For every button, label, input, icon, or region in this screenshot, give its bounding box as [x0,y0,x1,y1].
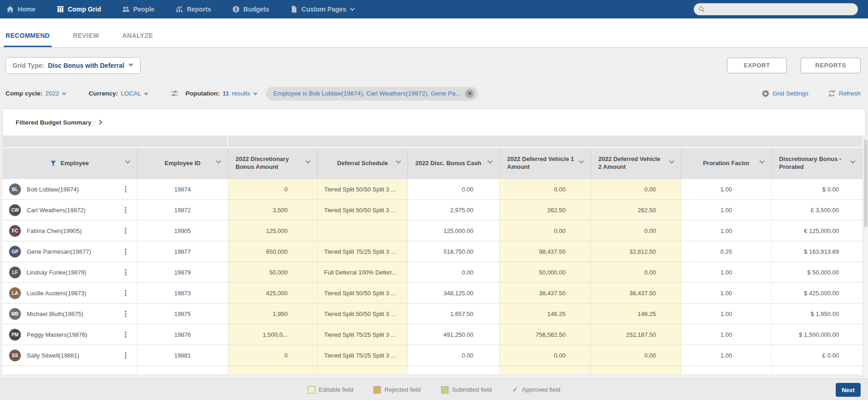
row-menu-kebab-icon[interactable]: ⋮ [119,331,132,339]
column-header-bonus[interactable]: 2022 Discretionary Bonus Amount [228,148,318,179]
cell-bonus[interactable]: 3,500 [228,200,318,220]
search-input[interactable] [708,6,853,13]
legend-rejected-label: Rejected field [384,386,421,393]
cell-v1[interactable]: 0.00 [500,345,591,365]
search-icon [698,6,705,12]
vertical-scrollbar[interactable] [862,138,868,379]
cell-bonus[interactable]: 425,000 [228,283,318,303]
cell-v2[interactable]: 32,812.50 [591,241,681,262]
column-header-prorated[interactable]: Discretionary Bonus - Prorated [772,148,862,179]
row-menu-kebab-icon[interactable]: ⋮ [119,352,132,359]
chevron-down-icon[interactable] [759,158,764,163]
nav-item-people[interactable]: People [122,6,154,13]
cell-cash: 125,000.00 [408,221,500,241]
tab-recommend[interactable]: RECOMMEND [4,32,52,47]
cell-v2[interactable]: 0.00 [591,345,681,365]
cell-v2[interactable]: 0.00 [591,179,681,199]
cell-v2[interactable]: 38,437.50 [591,283,681,303]
comp-cycle-dropdown[interactable]: Comp cycle: 2022 [6,90,66,97]
cell-deferral[interactable]: Tiered Split 50/50 Split 3 ... [318,200,408,220]
row-menu-kebab-icon[interactable]: ⋮ [119,289,132,297]
column-header-v1[interactable]: 2022 Deferred Vehicle 1 Amount [500,148,591,179]
currency-dropdown[interactable]: Currency: LOCAL [89,90,148,97]
tab-analyze[interactable]: ANALYZE [120,32,155,47]
grid-type-dropdown[interactable]: Grid Type: Disc Bonus with Deferral [6,57,141,74]
filtered-budget-summary-panel[interactable]: Filtered Budget Summary [2,108,866,136]
cell-deferral[interactable]: Tiered Split 75/25 Split 3 ... [318,241,408,262]
column-header-name[interactable]: Employee [2,148,137,179]
cell-bonus[interactable]: 650,000 [228,241,318,262]
table-row: MBMichael Bluth(19875)⋮198751,950Tiered … [2,303,862,324]
grid-settings-button[interactable]: Grid Settings [762,90,809,97]
nav-item-reports[interactable]: Reports [176,6,211,13]
cell-v1[interactable]: 38,437.50 [500,283,591,303]
column-header-cash[interactable]: 2022 Disc. Bonus Cash [408,148,500,179]
cell-v1[interactable]: 0.00 [500,221,591,241]
cell-prorated [772,366,862,374]
cell-deferral[interactable]: Tiered Split 75/25 Split 3 ... [318,324,408,345]
nav-search[interactable] [694,3,858,15]
filter-funnel-icon[interactable] [50,161,56,166]
cell-bonus[interactable]: 0 [228,179,318,199]
cell-deferral[interactable]: Tiered Split 50/50 Split 3 ... [318,179,408,199]
cell-bonus[interactable]: 125,000 [228,221,318,241]
cell-bonus[interactable]: 0 [228,345,318,365]
cell-bonus[interactable]: 1,950 [228,304,318,324]
cell-deferral[interactable]: Tiered Split 50/50 Split 3 ... [318,283,408,303]
cell-deferral[interactable]: Tiered Split 75/25 Split 3 ... [318,345,408,365]
chip-close-icon[interactable]: ✕ [465,89,474,98]
cell-v2[interactable]: 262.50 [591,200,681,220]
row-menu-kebab-icon[interactable]: ⋮ [119,269,132,276]
expand-chevron-icon[interactable] [97,119,102,125]
cell-v2[interactable]: 146.25 [591,304,681,324]
row-menu-kebab-icon[interactable]: ⋮ [119,248,132,256]
row-menu-kebab-icon[interactable]: ⋮ [119,185,132,193]
cell-v1[interactable]: 50,000.00 [500,262,591,282]
column-header-id[interactable]: Employee ID [137,148,228,179]
scrollbar-thumb[interactable] [864,139,868,227]
cell-v1[interactable]: 98,437.50 [500,241,591,262]
tab-review[interactable]: REVIEW [71,32,101,47]
reports-button[interactable]: REPORTS [801,58,861,73]
cell-deferral[interactable] [318,221,408,241]
cell-v1[interactable]: 756,562.50 [500,324,591,345]
nav-item-comp-grid[interactable]: Comp Grid [57,6,101,13]
refresh-button[interactable]: Refresh [828,90,861,97]
people-icon [122,6,130,13]
cell-proration [681,366,772,374]
cell-v1[interactable]: 146.25 [500,304,591,324]
cell-cash: 491,250.00 [408,324,500,345]
cell-v2[interactable]: 0.00 [591,221,681,241]
cell-bonus[interactable]: 50,000 [228,262,318,282]
nav-item-home[interactable]: Home [6,6,35,13]
population-dropdown[interactable]: Population: 11 results [171,90,257,97]
cell-bonus[interactable]: 1,500,0... [228,324,318,345]
chevron-down-icon[interactable] [216,158,221,163]
chevron-down-icon[interactable] [125,158,130,163]
cell-v1[interactable]: 262.50 [500,200,591,220]
cell-id: 19872 [137,200,228,220]
cell-v1[interactable]: 0.00 [500,179,591,199]
export-button[interactable]: EXPORT [727,58,787,73]
row-menu-kebab-icon[interactable]: ⋮ [119,227,132,235]
dropdown-arrow-icon [144,93,148,96]
cell-v2[interactable]: 252,187.50 [591,324,681,345]
chevron-down-icon[interactable] [396,158,401,163]
column-header-v2[interactable]: 2022 Deferred Vehicle 2 Amount [591,148,681,179]
nav-item-custom-pages[interactable]: Custom Pages [290,6,354,13]
employee-name: Sally Sitwell(19881) [27,352,119,359]
table-row: LFLindsay Funke(19879)⋮1987950,000Full D… [2,262,862,282]
cell-proration: 1.00 [681,262,772,282]
cell-v2[interactable]: 0.00 [591,262,681,282]
nav-item-budgets[interactable]: $ Budgets [232,6,269,13]
cell-id: 19905 [137,221,228,241]
cell-deferral[interactable]: Full Deferral 100% Deferr... [318,262,408,282]
row-menu-kebab-icon[interactable]: ⋮ [119,310,132,318]
cell-name: FCFatima Chen(19905)⋮ [2,221,137,241]
column-header-deferral[interactable]: Deferral Schedule [318,148,408,179]
row-menu-kebab-icon[interactable]: ⋮ [119,206,132,214]
next-button[interactable]: Next [836,383,861,397]
column-header-proration[interactable]: Proration Factor [681,148,772,179]
population-filter-chip[interactable]: Employee is Bob Loblaw(19874), Carl Weat… [266,87,478,101]
cell-deferral[interactable]: Tiered Split 50/50 Split 3 ... [318,304,408,324]
